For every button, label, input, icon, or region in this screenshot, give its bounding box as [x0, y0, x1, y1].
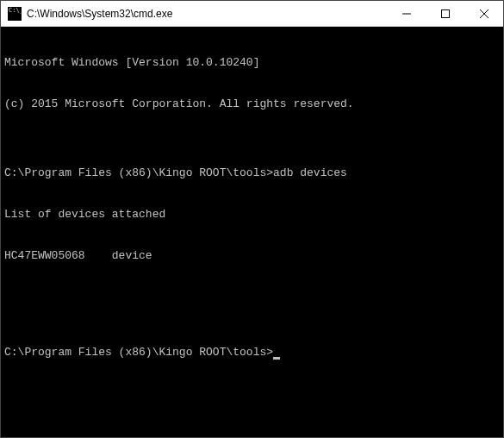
terminal-line: (c) 2015 Microsoft Corporation. All righ…	[4, 97, 500, 111]
minimize-button[interactable]	[387, 1, 426, 26]
maximize-icon	[441, 9, 450, 18]
cursor	[273, 357, 280, 360]
terminal-output[interactable]: Microsoft Windows [Version 10.0.10240] (…	[1, 27, 503, 437]
maximize-button[interactable]	[426, 1, 464, 26]
window-controls	[387, 1, 503, 26]
svg-rect-1	[441, 9, 449, 17]
terminal-line: List of devices attached	[4, 208, 500, 222]
titlebar[interactable]: C:\Windows\System32\cmd.exe	[1, 1, 503, 27]
cmd-window: C:\Windows\System32\cmd.exe Microsoft Wi…	[0, 0, 504, 438]
terminal-prompt: C:\Program Files (x86)\Kingo ROOT\tools>	[4, 346, 500, 360]
close-icon	[480, 9, 488, 18]
minimize-icon	[402, 9, 411, 18]
terminal-line: C:\Program Files (x86)\Kingo ROOT\tools>…	[4, 166, 500, 180]
close-button[interactable]	[464, 1, 503, 26]
terminal-line: HC47EWW05068 device	[4, 249, 500, 263]
window-title: C:\Windows\System32\cmd.exe	[27, 8, 387, 20]
cmd-icon	[8, 7, 22, 21]
terminal-line: Microsoft Windows [Version 10.0.10240]	[4, 56, 500, 70]
